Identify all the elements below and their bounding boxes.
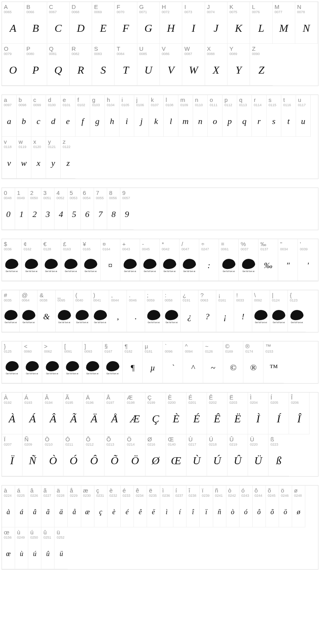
cell-glyph: S (92, 57, 114, 85)
cell-charcode: 0156 (4, 536, 13, 539)
glyph-cell: -0045Get full font at (140, 239, 160, 281)
cell-charcode: 0204 (250, 401, 266, 405)
cell-char-label: € (43, 241, 59, 247)
cell-charcode: 0252 (56, 536, 66, 539)
cell-char-label: Â (45, 394, 61, 400)
cell-char-label: § (104, 343, 120, 349)
cell-header: Ä0196 (84, 393, 104, 405)
cell-header: >0062 (42, 341, 62, 354)
cell-char-label: G (139, 4, 157, 10)
cell-glyph: ç (94, 498, 107, 527)
cell-header: S0083 (92, 44, 114, 57)
cell-header: ©0169 (223, 341, 243, 354)
cell-glyph: Ô (84, 447, 104, 476)
cell-charcode: 0245 (268, 494, 277, 498)
cell-header: à0224 (2, 486, 15, 498)
cell-glyph: , (109, 303, 127, 332)
cell-char-label: ! (236, 292, 250, 298)
cell-header: q0113 (237, 95, 252, 108)
logo-icon (85, 360, 100, 372)
glyph-cell: +0043Get full font at (120, 239, 140, 281)
cell-header: k0107 (149, 95, 163, 108)
cell-header: 20050 (28, 188, 41, 201)
placeholder-logo: Get full font at (183, 259, 196, 272)
glyph-cell: ¤0164¤ (101, 239, 120, 281)
cell-charcode: 0090 (252, 52, 270, 56)
cell-charcode: 0053 (70, 196, 79, 200)
glyph-cell: %0037Get full font at (239, 239, 258, 281)
logo-icon (63, 258, 78, 270)
glyph-cell: ü0252ü (55, 527, 68, 569)
glyph-cell: g0103g (90, 95, 105, 137)
cell-char-label: / (181, 241, 197, 247)
cell-char-label: å (70, 487, 79, 493)
placeholder-logo: Get full font at (106, 361, 119, 375)
cell-charcode: 0250 (30, 536, 39, 539)
cell-glyph: Get full font at (74, 303, 91, 332)
cell-charcode: 0065 (4, 10, 22, 14)
cell-glyph: ô (253, 498, 265, 527)
glyph-cell: r0114r (252, 95, 267, 137)
cell-char-label: Í (270, 394, 287, 400)
cell-charcode: 0097 (4, 103, 14, 107)
cell-char-label: Ä (86, 394, 102, 400)
cell-header: í0237 (173, 486, 186, 498)
cell-glyph: I (182, 15, 204, 43)
cell-char-label: s (269, 97, 279, 103)
cell-charcode: 0038 (39, 298, 53, 302)
cell-glyph: Get full font at (145, 303, 163, 332)
glyph-cell: M0077M (273, 2, 295, 44)
cell-glyph: y (46, 150, 60, 178)
glyph-cell: I0073I (182, 2, 205, 44)
cell-header: )0041 (91, 290, 109, 303)
cell-char-label: ã (43, 487, 52, 493)
cell-charcode: 0037 (241, 247, 256, 251)
cell-char-label: Û (229, 436, 246, 442)
cell-header: 50053 (68, 188, 80, 201)
cell-glyph: 3 (41, 201, 54, 229)
cell-charcode: 0226 (30, 494, 39, 498)
cell-header: õ0245 (266, 486, 279, 498)
cell-charcode: 0074 (207, 10, 225, 14)
glyph-cell: "0034" (278, 239, 298, 281)
cell-char-label: y (48, 139, 58, 145)
cell-char-label: I (184, 4, 202, 10)
cell-glyph: v (2, 150, 16, 178)
cell-header: _0095 (56, 290, 73, 303)
cell-header: €0128 (41, 239, 61, 252)
cell-charcode: 0224 (4, 494, 13, 498)
cell-charcode: 0036 (4, 247, 19, 251)
cell-header: ¿0191 (181, 290, 198, 303)
cell-char-label: ì (162, 487, 171, 493)
cell-header: a0097 (2, 95, 16, 108)
glyph-cell: ?0063? (199, 290, 216, 332)
cell-char-label: ¥ (83, 241, 98, 247)
cell-glyph: B (24, 15, 46, 43)
cell-header: .0046 (127, 290, 144, 303)
cell-glyph: 8 (107, 201, 120, 229)
cell-glyph: Get full font at (2, 252, 21, 281)
cell-header: f0102 (75, 95, 90, 108)
cell-char-label: Ê (209, 394, 225, 400)
cell-charcode: 0125 (4, 350, 20, 353)
cell-glyph: à (2, 498, 15, 527)
glyph-cell: Ù0217Ù (187, 434, 207, 476)
logo-icon (93, 309, 108, 321)
cell-header: |0124 (270, 290, 287, 303)
glyph-cell: L0076L (250, 2, 272, 44)
cell-charcode: 0060 (24, 350, 40, 353)
cell-charcode: 0100 (48, 103, 58, 107)
glyph-cell: ù0249ù (15, 527, 28, 569)
logo-icon (4, 258, 19, 270)
glyph-cell: v0118v (2, 137, 17, 179)
cell-charcode: 0075 (229, 10, 248, 14)
cell-charcode: 0225 (17, 494, 26, 498)
glyph-cell: W0087W (182, 44, 205, 86)
logo-icon (241, 258, 256, 270)
glyph-cell: z0122z (61, 137, 75, 179)
glyph-cell: B0066B (24, 2, 47, 44)
cell-glyph: Ü (248, 447, 268, 476)
cell-charcode: 0227 (43, 494, 52, 498)
logo-icon (3, 309, 18, 321)
cell-char-label: û (43, 529, 52, 535)
